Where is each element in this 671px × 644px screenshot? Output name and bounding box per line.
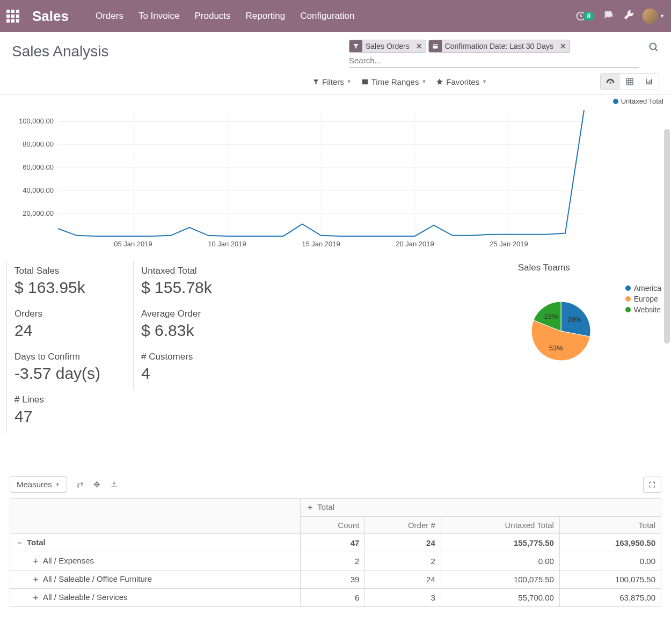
svg-rect-7: [647, 82, 648, 84]
pivot-row: ＋All / Saleable / Services 6355,700.0063…: [10, 589, 661, 607]
favorites-button[interactable]: Favorites▼: [436, 77, 487, 86]
graph-view-icon[interactable]: [639, 74, 659, 90]
chat-icon[interactable]: [603, 9, 615, 23]
nav-to-invoice[interactable]: To Invoice: [131, 6, 187, 26]
collapse-icon[interactable]: －: [16, 538, 24, 547]
nav-reporting[interactable]: Reporting: [238, 6, 293, 26]
svg-rect-33: [111, 486, 116, 486]
kpi-lines: # Lines47: [6, 390, 133, 433]
header-row: Sales Analysis Sales Orders ✕ Confirmati…: [0, 32, 671, 68]
svg-text:15 Jan 2019: 15 Jan 2019: [302, 240, 340, 248]
pie-legend-item: Europe: [625, 295, 661, 303]
nav-products[interactable]: Products: [187, 6, 238, 26]
time-ranges-button[interactable]: Time Ranges▼: [361, 77, 427, 86]
pivot-table: ＋Total Count Order # Untaxed Total Total…: [10, 498, 661, 607]
chip-remove-icon[interactable]: ✕: [413, 42, 426, 50]
svg-rect-1: [433, 45, 437, 49]
kpi-orders: Orders24: [6, 304, 133, 347]
chip-confirmation-date[interactable]: Confirmation Date: Last 30 Days ✕: [428, 40, 570, 53]
pie-legend: AmericaEuropeWebsite: [625, 284, 661, 429]
pie-title: Sales Teams: [518, 262, 604, 273]
filters-button[interactable]: Filters▼: [312, 77, 352, 86]
kpi-average-order: Average Order$ 6.83k: [133, 304, 260, 347]
search-icon[interactable]: [648, 42, 659, 55]
svg-text:20 Jan 2019: 20 Jan 2019: [396, 240, 434, 248]
pivot-total-row: －Total 47 24 155,775.50 163,950.50: [10, 534, 661, 552]
app-brand: Sales: [32, 8, 69, 25]
line-chart: Untaxed Total 20,000.0040,000.0060,000.0…: [0, 95, 671, 258]
download-icon[interactable]: [110, 480, 118, 489]
search-input[interactable]: [349, 54, 639, 68]
search-filters: Sales Orders ✕ Confirmation Date: Last 3…: [349, 40, 639, 53]
line-chart-svg: 20,000.0040,000.0060,000.0080,000.00100,…: [4, 99, 589, 258]
swap-axis-icon[interactable]: ⇄: [77, 480, 84, 489]
page-title: Sales Analysis: [12, 40, 109, 60]
activity-clock-icon[interactable]: 8: [575, 11, 594, 21]
svg-text:80,000.00: 80,000.00: [23, 140, 54, 148]
svg-text:25 Jan 2019: 25 Jan 2019: [490, 240, 528, 248]
pivot-row: ＋All / Expenses 220.000.00: [10, 552, 661, 570]
svg-text:05 Jan 2019: 05 Jan 2019: [114, 240, 152, 248]
expand-icon[interactable]: ＋: [32, 574, 40, 584]
col-untaxed[interactable]: Untaxed Total: [441, 517, 559, 534]
kpi-untaxed-total: Untaxed Total$ 155.78k: [133, 261, 260, 304]
expand-icon[interactable]: ＋: [32, 592, 40, 602]
svg-point-2: [650, 43, 657, 50]
chip-remove-icon[interactable]: ✕: [557, 42, 570, 50]
svg-point-5: [610, 82, 611, 84]
scrollbar[interactable]: [664, 129, 670, 343]
svg-text:10 Jan 2019: 10 Jan 2019: [208, 240, 246, 248]
svg-rect-9: [651, 79, 652, 84]
svg-text:60,000.00: 60,000.00: [23, 163, 54, 171]
pie-legend-item: America: [625, 284, 661, 292]
nav-configuration[interactable]: Configuration: [293, 6, 362, 26]
kpi-customers: # Customers4: [133, 347, 260, 390]
user-menu[interactable]: ▼: [643, 9, 665, 24]
avatar: [643, 9, 658, 24]
pie-chart-svg: 28%53%19%: [518, 277, 604, 374]
filter-toolbar: Filters▼ Time Ranges▼ Favorites▼: [0, 68, 671, 94]
svg-rect-6: [626, 78, 633, 85]
fullscreen-icon[interactable]: [643, 477, 661, 493]
calendar-icon: [429, 40, 442, 52]
expand-all-icon[interactable]: ✥: [93, 480, 100, 489]
kpi-total-sales: Total Sales$ 163.95k: [6, 261, 133, 304]
col-total[interactable]: Total: [559, 517, 661, 534]
svg-rect-4: [362, 79, 368, 80]
settings-wrench-icon[interactable]: [623, 10, 634, 23]
kpi-days-to-confirm: Days to Confirm-3.57 day(s): [6, 347, 133, 390]
funnel-icon: [349, 40, 362, 52]
pivot-toolbar: Measures▼ ⇄ ✥: [0, 471, 671, 498]
pie-block: Sales Teams 28%53%19% AmericaEuropeWebsi…: [508, 258, 671, 433]
measures-button[interactable]: Measures▼: [10, 476, 67, 493]
svg-text:100,000.00: 100,000.00: [19, 117, 54, 125]
activity-badge: 8: [583, 12, 594, 20]
top-navbar: Sales Orders To Invoice Products Reporti…: [0, 0, 671, 32]
svg-text:53%: 53%: [549, 344, 563, 352]
col-order-num[interactable]: Order #: [365, 517, 441, 534]
expand-icon[interactable]: ＋: [32, 556, 40, 566]
col-count[interactable]: Count: [301, 517, 365, 534]
pivot-view-icon[interactable]: [620, 74, 639, 90]
view-switcher: [600, 73, 659, 90]
apps-grid-icon[interactable]: [6, 10, 19, 23]
kpi-grid: Total Sales$ 163.95k Untaxed Total$ 155.…: [0, 258, 392, 433]
svg-rect-8: [650, 80, 651, 84]
dashboard-view-icon[interactable]: [601, 74, 620, 90]
chart-legend: Untaxed Total: [613, 97, 663, 105]
svg-text:40,000.00: 40,000.00: [23, 186, 54, 194]
chip-sales-orders[interactable]: Sales Orders ✕: [349, 40, 426, 53]
collapse-icon[interactable]: ＋: [306, 502, 314, 512]
svg-text:19%: 19%: [544, 312, 558, 320]
pie-legend-item: Website: [625, 305, 661, 314]
nav-orders[interactable]: Orders: [88, 6, 131, 26]
pivot-row: ＋All / Saleable / Office Furniture 39241…: [10, 570, 661, 589]
svg-text:20,000.00: 20,000.00: [23, 209, 54, 217]
svg-text:28%: 28%: [567, 316, 581, 324]
